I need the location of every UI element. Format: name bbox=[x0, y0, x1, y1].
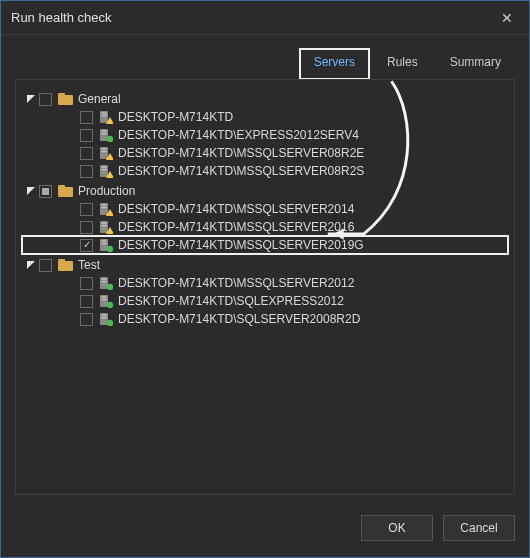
checkbox[interactable] bbox=[80, 277, 93, 290]
checkbox[interactable] bbox=[80, 129, 93, 142]
titlebar: Run health check ✕ bbox=[1, 1, 529, 35]
svg-rect-33 bbox=[102, 317, 107, 318]
folder-icon bbox=[58, 93, 73, 105]
svg-rect-32 bbox=[102, 315, 107, 316]
chevron-down-icon[interactable] bbox=[26, 260, 36, 270]
dialog-body: Servers Rules Summary GeneralDESKTOP-M71… bbox=[1, 35, 529, 509]
server-label: DESKTOP-M714KTD\SQLSERVER2008R2D bbox=[118, 312, 360, 326]
chevron-down-icon[interactable] bbox=[26, 186, 36, 196]
server-label: DESKTOP-M714KTD\EXPRESS2012SERV4 bbox=[118, 128, 359, 142]
tab-bar: Servers Rules Summary bbox=[15, 49, 515, 79]
svg-rect-2 bbox=[102, 115, 107, 116]
tree-item[interactable]: DESKTOP-M714KTD\MSSQLSERVER2019G bbox=[22, 236, 508, 254]
close-icon[interactable]: ✕ bbox=[495, 10, 519, 26]
server-icon bbox=[99, 276, 113, 290]
checkbox[interactable] bbox=[39, 93, 52, 106]
svg-rect-28 bbox=[102, 297, 107, 298]
server-label: DESKTOP-M714KTD\MSSQLSERVER2012 bbox=[118, 276, 354, 290]
tree-group[interactable]: General bbox=[22, 90, 508, 108]
tab-servers[interactable]: Servers bbox=[300, 49, 369, 79]
folder-icon bbox=[58, 259, 73, 271]
svg-rect-8 bbox=[102, 149, 107, 150]
checkbox[interactable] bbox=[80, 239, 93, 252]
svg-rect-15 bbox=[102, 207, 107, 208]
server-icon bbox=[99, 202, 113, 216]
server-icon bbox=[99, 238, 113, 252]
tab-summary[interactable]: Summary bbox=[436, 49, 515, 79]
folder-icon bbox=[58, 185, 73, 197]
ok-button[interactable]: OK bbox=[361, 515, 433, 541]
tree-group[interactable]: Production bbox=[22, 182, 508, 200]
group-label: Test bbox=[78, 258, 100, 272]
main-panel: Servers Rules Summary GeneralDESKTOP-M71… bbox=[15, 49, 515, 495]
tree-item[interactable]: DESKTOP-M714KTD bbox=[22, 108, 508, 126]
checkbox[interactable] bbox=[39, 259, 52, 272]
server-label: DESKTOP-M714KTD\SQLEXPRESS2012 bbox=[118, 294, 344, 308]
server-icon bbox=[99, 294, 113, 308]
checkbox[interactable] bbox=[80, 221, 93, 234]
checkbox[interactable] bbox=[80, 165, 93, 178]
tree-item[interactable]: DESKTOP-M714KTD\MSSQLSERVER2016 bbox=[22, 218, 508, 236]
checkbox[interactable] bbox=[39, 185, 52, 198]
svg-rect-5 bbox=[102, 133, 107, 134]
server-icon bbox=[99, 220, 113, 234]
svg-rect-20 bbox=[102, 241, 107, 242]
svg-rect-21 bbox=[102, 243, 107, 244]
svg-rect-4 bbox=[102, 131, 107, 132]
server-label: DESKTOP-M714KTD\MSSQLSERVER08R2S bbox=[118, 164, 364, 178]
tree-item[interactable]: DESKTOP-M714KTD\MSSQLSERVER08R2E bbox=[22, 144, 508, 162]
svg-rect-9 bbox=[102, 151, 107, 152]
svg-rect-25 bbox=[102, 281, 107, 282]
server-label: DESKTOP-M714KTD bbox=[118, 110, 233, 124]
dialog-footer: OK Cancel bbox=[1, 509, 529, 557]
svg-rect-17 bbox=[102, 223, 107, 224]
svg-rect-14 bbox=[102, 205, 107, 206]
server-icon bbox=[99, 312, 113, 326]
server-label: DESKTOP-M714KTD\MSSQLSERVER2019G bbox=[118, 238, 364, 252]
cancel-button[interactable]: Cancel bbox=[443, 515, 515, 541]
checkbox[interactable] bbox=[80, 295, 93, 308]
checkbox[interactable] bbox=[80, 111, 93, 124]
server-icon bbox=[99, 128, 113, 142]
tree-item[interactable]: DESKTOP-M714KTD\SQLSERVER2008R2D bbox=[22, 310, 508, 328]
tree-item[interactable]: DESKTOP-M714KTD\MSSQLSERVER08R2S bbox=[22, 162, 508, 180]
server-icon bbox=[99, 164, 113, 178]
window-title: Run health check bbox=[11, 10, 495, 25]
server-label: DESKTOP-M714KTD\MSSQLSERVER08R2E bbox=[118, 146, 364, 160]
dialog-window: Run health check ✕ Servers Rules Summary… bbox=[0, 0, 530, 558]
chevron-down-icon[interactable] bbox=[26, 94, 36, 104]
tree-item[interactable]: DESKTOP-M714KTD\SQLEXPRESS2012 bbox=[22, 292, 508, 310]
svg-rect-12 bbox=[102, 169, 107, 170]
svg-rect-1 bbox=[102, 113, 107, 114]
checkbox[interactable] bbox=[80, 147, 93, 160]
svg-rect-11 bbox=[102, 167, 107, 168]
checkbox[interactable] bbox=[80, 203, 93, 216]
server-icon bbox=[99, 110, 113, 124]
svg-rect-24 bbox=[102, 279, 107, 280]
group-label: General bbox=[78, 92, 121, 106]
server-tree[interactable]: GeneralDESKTOP-M714KTDDESKTOP-M714KTD\EX… bbox=[15, 79, 515, 495]
server-label: DESKTOP-M714KTD\MSSQLSERVER2016 bbox=[118, 220, 354, 234]
checkbox[interactable] bbox=[80, 313, 93, 326]
tree-group[interactable]: Test bbox=[22, 256, 508, 274]
server-label: DESKTOP-M714KTD\MSSQLSERVER2014 bbox=[118, 202, 354, 216]
tree-item[interactable]: DESKTOP-M714KTD\MSSQLSERVER2014 bbox=[22, 200, 508, 218]
tree-item[interactable]: DESKTOP-M714KTD\MSSQLSERVER2012 bbox=[22, 274, 508, 292]
svg-rect-18 bbox=[102, 225, 107, 226]
tab-rules[interactable]: Rules bbox=[373, 49, 432, 79]
svg-rect-29 bbox=[102, 299, 107, 300]
group-label: Production bbox=[78, 184, 135, 198]
server-icon bbox=[99, 146, 113, 160]
tree-item[interactable]: DESKTOP-M714KTD\EXPRESS2012SERV4 bbox=[22, 126, 508, 144]
